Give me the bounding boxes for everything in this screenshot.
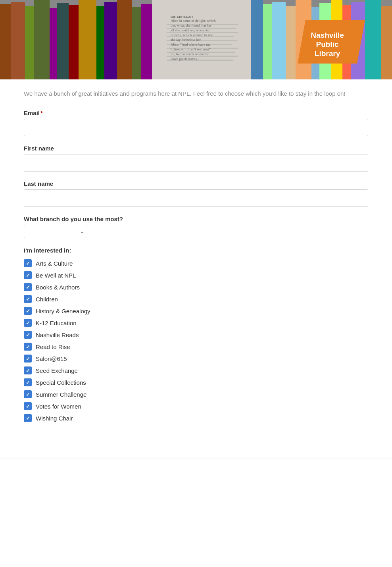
checkbox-votes[interactable]: ✓ bbox=[24, 402, 32, 410]
list-item: ✓Wishing Chair bbox=[24, 414, 368, 422]
svg-text:leave green leaves.: leave green leaves. bbox=[171, 57, 198, 61]
checkbox-label: Books & Authors bbox=[36, 284, 80, 291]
hero-image: Alice in some of delight, which out, wha… bbox=[0, 0, 392, 79]
svg-text:Library: Library bbox=[315, 49, 340, 58]
checkmark-icon: ✓ bbox=[26, 285, 30, 290]
checkmark-icon: ✓ bbox=[26, 404, 30, 409]
svg-rect-37 bbox=[272, 2, 286, 79]
lastname-input[interactable] bbox=[24, 189, 368, 207]
list-item: ✓Arts & Culture bbox=[24, 259, 368, 267]
svg-rect-7 bbox=[69, 5, 79, 79]
checkbox-label: Seed Exchange bbox=[36, 367, 78, 374]
interested-label: I'm interested in: bbox=[24, 247, 368, 254]
svg-text:Nashville: Nashville bbox=[311, 31, 344, 39]
checkbox-label: Be Well at NPL bbox=[36, 272, 76, 279]
list-item: ✓Children bbox=[24, 295, 368, 303]
checkbox-books[interactable]: ✓ bbox=[24, 283, 32, 291]
list-item: ✓Votes for Women bbox=[24, 402, 368, 410]
svg-text:h, how is it I can't see you?": h, how is it I can't see you?" bbox=[171, 47, 211, 51]
firstname-input[interactable] bbox=[24, 154, 368, 172]
svg-rect-10 bbox=[104, 2, 117, 79]
interests-group: I'm interested in: ✓Arts & Culture✓Be We… bbox=[24, 247, 368, 422]
svg-rect-1 bbox=[0, 4, 11, 79]
checkmark-icon: ✓ bbox=[26, 368, 30, 373]
svg-rect-35 bbox=[251, 0, 263, 79]
list-item: ✓Be Well at NPL bbox=[24, 271, 368, 279]
checkbox-summer[interactable]: ✓ bbox=[24, 390, 32, 398]
checkbox-label: Read to Rise bbox=[36, 343, 70, 350]
svg-rect-3 bbox=[25, 6, 34, 79]
firstname-group: First name bbox=[24, 145, 368, 172]
list-item: ✓Books & Authors bbox=[24, 283, 368, 291]
branch-group: What branch do you use the most? Bellevu… bbox=[24, 216, 368, 238]
svg-rect-9 bbox=[96, 6, 104, 79]
svg-rect-38 bbox=[286, 6, 296, 79]
list-item: ✓Seed Exchange bbox=[24, 366, 368, 374]
checkbox-label: Summer Challenge bbox=[36, 391, 86, 398]
list-item: ✓Nashville Reads bbox=[24, 331, 368, 339]
checkmark-icon: ✓ bbox=[26, 309, 30, 314]
checkbox-k12[interactable]: ✓ bbox=[24, 319, 32, 327]
svg-rect-36 bbox=[263, 4, 272, 79]
svg-rect-8 bbox=[79, 0, 96, 79]
svg-text:Alice: "And where have my: Alice: "And where have my bbox=[171, 42, 211, 46]
checkbox-arts[interactable]: ✓ bbox=[24, 259, 32, 267]
svg-rect-11 bbox=[117, 0, 132, 79]
email-group: Email* bbox=[24, 110, 368, 136]
section-divider bbox=[0, 459, 392, 459]
svg-rect-6 bbox=[57, 3, 69, 79]
checkbox-readtorise[interactable]: ✓ bbox=[24, 343, 32, 351]
checkbox-label: Nashville Reads bbox=[36, 332, 79, 338]
checkbox-salon[interactable]: ✓ bbox=[24, 355, 32, 363]
list-item: ✓Summer Challenge bbox=[24, 390, 368, 398]
svg-text:out, what, she found that her: out, what, she found that her bbox=[171, 23, 211, 27]
svg-text:Public: Public bbox=[316, 40, 338, 48]
checkbox-label: Votes for Women bbox=[36, 403, 81, 410]
svg-rect-45 bbox=[365, 0, 381, 79]
branch-select-wrapper: BellevueBordeauxDonelsonEastEdmondson Pi… bbox=[24, 225, 87, 238]
list-item: ✓Salon@615 bbox=[24, 355, 368, 363]
checkbox-label: Children bbox=[36, 296, 58, 303]
email-label: Email* bbox=[24, 110, 368, 116]
checkmark-icon: ✓ bbox=[26, 320, 30, 326]
checkbox-seed[interactable]: ✓ bbox=[24, 366, 32, 374]
lastname-group: Last name bbox=[24, 180, 368, 207]
checkbox-label: History & Genealogy bbox=[36, 308, 90, 314]
checkmark-icon: ✓ bbox=[26, 356, 30, 361]
checkmark-icon: ✓ bbox=[26, 392, 30, 397]
svg-text:CATERPILLAR: CATERPILLAR bbox=[171, 15, 193, 19]
svg-text:all she could see, when she: all she could see, when she bbox=[171, 28, 209, 32]
checkbox-bewell[interactable]: ✓ bbox=[24, 271, 32, 279]
branch-select[interactable]: BellevueBordeauxDonelsonEastEdmondson Pi… bbox=[24, 225, 87, 238]
svg-rect-2 bbox=[11, 2, 25, 79]
list-item: ✓History & Genealogy bbox=[24, 307, 368, 315]
checkbox-label: Wishing Chair bbox=[36, 415, 73, 422]
checkbox-special[interactable]: ✓ bbox=[24, 378, 32, 386]
required-star: * bbox=[40, 110, 43, 116]
svg-text:of neck, which seemed to rise: of neck, which seemed to rise bbox=[171, 33, 213, 37]
checkbox-children[interactable]: ✓ bbox=[24, 295, 32, 303]
checkboxes-list: ✓Arts & Culture✓Be Well at NPL✓Books & A… bbox=[24, 259, 368, 422]
list-item: ✓Special Collections bbox=[24, 378, 368, 386]
checkbox-history[interactable]: ✓ bbox=[24, 307, 32, 315]
checkbox-label: Salon@615 bbox=[36, 355, 67, 362]
svg-text:she lay far below her.: she lay far below her. bbox=[171, 38, 201, 42]
page-container: Alice in some of delight, which out, wha… bbox=[0, 0, 392, 459]
checkmark-icon: ✓ bbox=[26, 261, 30, 266]
svg-rect-4 bbox=[34, 0, 50, 79]
svg-rect-5 bbox=[50, 8, 57, 79]
checkbox-wishing[interactable]: ✓ bbox=[24, 414, 32, 422]
checkmark-icon: ✓ bbox=[26, 332, 30, 338]
checkbox-label: K-12 Education bbox=[36, 320, 77, 326]
list-item: ✓Read to Rise bbox=[24, 343, 368, 351]
checkmark-icon: ✓ bbox=[26, 273, 30, 278]
svg-rect-13 bbox=[141, 4, 152, 79]
svg-rect-46 bbox=[381, 6, 392, 79]
svg-text:tte; but no sends seemed to: tte; but no sends seemed to bbox=[171, 52, 209, 56]
checkmark-icon: ✓ bbox=[26, 416, 30, 421]
checkbox-nashreads[interactable]: ✓ bbox=[24, 331, 32, 339]
checkmark-icon: ✓ bbox=[26, 297, 30, 302]
lastname-label: Last name bbox=[24, 180, 368, 187]
checkbox-label: Special Collections bbox=[36, 379, 86, 386]
email-input[interactable] bbox=[24, 119, 368, 136]
